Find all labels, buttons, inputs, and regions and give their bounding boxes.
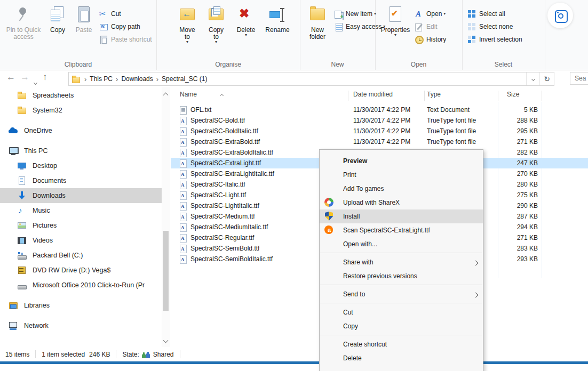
address-dropdown-button[interactable] — [526, 72, 539, 85]
sidebar-item[interactable]: System32 — [0, 103, 162, 118]
invert-selection-button[interactable]: Invert selection — [467, 33, 522, 46]
copy-path-button[interactable]: Copy path — [99, 20, 152, 33]
sidebar-item[interactable]: Libraries — [0, 298, 162, 313]
sidebar-item[interactable]: Network — [0, 318, 162, 333]
select-group-label: Select — [462, 61, 545, 68]
context-menu-item[interactable]: Scan SpectralSC-ExtraLight.ttf — [320, 223, 483, 237]
scroll-up-icon[interactable] — [164, 90, 168, 99]
new-folder-button[interactable]: New folder — [304, 5, 331, 41]
sidebar-item-label: Videos — [33, 237, 53, 244]
state-value: Shared — [153, 351, 174, 358]
sidebar-item[interactable]: This PC — [0, 143, 162, 158]
select-none-button[interactable]: Select none — [467, 20, 522, 33]
context-menu-item[interactable]: Send to — [320, 287, 483, 301]
sidebar-item-icon — [17, 106, 28, 115]
pin-to-quick-access-button[interactable]: Pin to Quick access — [4, 5, 43, 41]
submenu-arrow-icon — [474, 289, 478, 299]
delete-button[interactable]: Delete ▾ — [233, 5, 259, 37]
properties-button[interactable]: Properties ▾ — [379, 5, 411, 37]
sidebar-item-icon — [17, 221, 28, 230]
sidebar-item[interactable]: Spreadsheets — [0, 88, 162, 103]
edit-button[interactable]: Edit — [415, 20, 446, 33]
context-menu-item[interactable]: Share with — [320, 255, 483, 269]
column-header-name[interactable]: Name — [180, 91, 197, 98]
context-menu-item[interactable]: Restore previous versions — [320, 269, 483, 283]
column-divider[interactable] — [424, 91, 425, 101]
cut-button[interactable]: Cut — [99, 7, 152, 20]
edit-label: Edit — [426, 23, 438, 30]
up-button[interactable]: ↑ — [43, 72, 47, 83]
clipboard-group-label: Clipboard — [0, 61, 156, 68]
column-divider[interactable] — [498, 91, 498, 101]
menu-item-label: Create shortcut — [343, 341, 387, 348]
copy-path-label: Copy path — [111, 23, 140, 30]
copy-to-button[interactable]: Copy to ▾ — [203, 5, 229, 44]
column-header-type[interactable]: Type — [427, 91, 441, 98]
sidebar-item[interactable]: Desktop — [0, 158, 162, 173]
sidebar-item[interactable]: Music — [0, 203, 162, 218]
menu-item-label: Upload with ShareX — [343, 199, 400, 206]
file-row[interactable]: SpectralSC-Bold.ttf 11/30/2017 4:22 PM T… — [171, 115, 588, 126]
context-menu-item[interactable]: Delete — [320, 351, 483, 365]
paste-icon — [75, 5, 93, 25]
screen-capture-button[interactable] — [547, 3, 573, 28]
context-menu-item[interactable]: Copy — [320, 319, 483, 333]
breadcrumb-label: Downloads — [121, 75, 153, 83]
open-button[interactable]: Open ▾ — [415, 7, 446, 20]
breadcrumb-segment[interactable]: › Downloads — [113, 72, 153, 85]
copy-button[interactable]: Copy — [46, 5, 69, 34]
sidebar-item[interactable]: Pictures — [0, 218, 162, 233]
sidebar-item[interactable]: OneDrive — [0, 123, 162, 138]
breadcrumb[interactable]: › This PC › Downloads › Spectral_SC (1) … — [68, 72, 554, 86]
history-icon — [415, 35, 424, 44]
select-all-button[interactable]: Select all — [467, 7, 522, 20]
column-divider[interactable] — [348, 91, 348, 101]
file-row[interactable]: SpectralSC-ExtraBold.ttf 11/30/2017 4:22… — [171, 136, 588, 147]
file-row[interactable]: SpectralSC-BoldItalic.ttf 11/30/2017 4:2… — [171, 126, 588, 136]
rename-button[interactable]: Rename — [261, 5, 294, 34]
breadcrumb-chevron-icon: › — [153, 75, 162, 83]
status-divider — [116, 350, 116, 358]
context-menu-item[interactable]: Create shortcut — [320, 337, 483, 351]
column-divider[interactable] — [542, 91, 542, 101]
column-header-size[interactable]: Size — [507, 91, 519, 98]
copy-icon — [49, 5, 67, 25]
paste-button[interactable]: Paste — [71, 5, 96, 34]
sidebar-item[interactable]: DVD RW Drive (D:) Vega$ — [0, 263, 162, 278]
scroll-down-icon[interactable] — [164, 335, 168, 344]
recent-locations-button[interactable] — [34, 77, 37, 86]
file-row[interactable]: OFL.txt 11/30/2017 4:22 PM Text Document… — [171, 104, 588, 115]
file-name: SpectralSC-ExtraBold.ttf — [190, 138, 260, 146]
file-name: SpectralSC-LightItalic.ttf — [190, 202, 259, 209]
breadcrumb-segment[interactable]: › Spectral_SC (1) — [153, 72, 208, 85]
menu-item-icon — [324, 257, 335, 267]
context-menu-item[interactable]: Install — [320, 209, 483, 223]
context-menu-item[interactable]: Cut — [320, 305, 483, 319]
move-to-button[interactable]: Move to ▾ — [174, 5, 200, 44]
context-menu-item[interactable]: Upload with ShareX — [320, 196, 483, 209]
file-name: SpectralSC-BoldItalic.ttf — [190, 127, 258, 135]
search-input[interactable] — [570, 72, 588, 85]
sidebar-item[interactable]: Documents — [0, 173, 162, 188]
sidebar-item[interactable]: Microsoft Office 2010 Click-to-Run (Pr — [0, 278, 162, 293]
breadcrumb-segment[interactable]: › This PC — [81, 72, 113, 85]
back-button[interactable]: ← — [6, 72, 15, 83]
file-date-modified: 11/30/2017 4:22 PM — [353, 117, 410, 124]
sidebar-item[interactable]: Videos — [0, 233, 162, 248]
context-menu-item[interactable]: Preview — [320, 154, 483, 168]
column-header-date-modified[interactable]: Date modified — [353, 91, 393, 98]
scrollbar-thumb[interactable] — [163, 231, 169, 311]
sidebar-item[interactable]: Downloads — [0, 188, 162, 203]
file-type-icon — [179, 116, 187, 125]
menu-item-label: Install — [343, 213, 360, 220]
refresh-button[interactable]: ↻ — [539, 72, 554, 85]
forward-button[interactable]: → — [20, 72, 29, 83]
context-menu-item[interactable]: Add To games — [320, 182, 483, 196]
paste-shortcut-button[interactable]: Paste shortcut — [99, 33, 152, 46]
context-menu-item[interactable]: Print — [320, 168, 483, 182]
context-menu-item[interactable]: Open with... — [320, 237, 483, 251]
sidebar-scrollbar[interactable] — [162, 87, 170, 347]
file-name: SpectralSC-Regular.ttf — [190, 234, 254, 241]
sidebar-item[interactable]: Packard Bell (C:) — [0, 248, 162, 263]
history-button[interactable]: History — [415, 33, 446, 46]
